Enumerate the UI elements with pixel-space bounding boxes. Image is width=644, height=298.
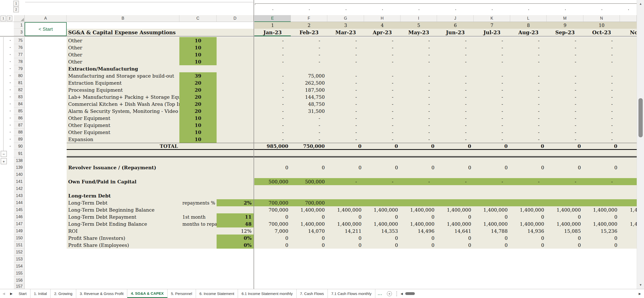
cell-partial[interactable] [620,44,637,51]
cell-label[interactable]: Processing Equipment [67,86,179,93]
cell[interactable]: 0 [474,242,510,249]
cell[interactable] [291,150,327,157]
row-header[interactable]: 138 [14,157,25,164]
cell-label[interactable]: Extraction/Manufacturing [67,65,179,72]
cell[interactable]: - [437,129,474,136]
cell[interactable]: - [510,115,547,122]
cell[interactable]: 0 [510,143,547,150]
cell[interactable]: - [400,122,437,129]
cell-input-d[interactable] [217,58,254,65]
row-header[interactable]: 89 [14,136,25,143]
cell[interactable]: - [400,101,437,108]
row-header[interactable]: 156 [14,277,25,284]
sheet-tab-4-sg-a-capex[interactable]: 4. SG&A & CAPEX [127,289,167,298]
cell[interactable]: 0 [583,164,620,171]
cell[interactable]: - [510,93,547,101]
cell[interactable]: - [437,101,474,108]
cell[interactable] [327,277,364,284]
cell[interactable]: - [510,101,547,108]
cell[interactable]: - [400,129,437,136]
month-header-cell[interactable]: Jun-23 [437,29,474,36]
cell-label[interactable]: Other [67,44,179,51]
cell[interactable] [583,249,620,256]
cell[interactable]: 14,641 [437,227,474,235]
month-header-cell[interactable]: Sep-23 [547,29,583,36]
cell[interactable] [327,185,364,192]
cell-input-d[interactable] [217,51,254,58]
cell-input-c[interactable] [179,192,217,199]
cell[interactable] [364,192,400,199]
cell-label[interactable] [67,263,179,270]
cell[interactable]: - [547,136,583,143]
cell[interactable] [364,199,400,206]
cell-input-d[interactable]: 11 [217,213,254,220]
cell[interactable]: 0 [364,164,400,171]
cell[interactable]: 0 [474,213,510,220]
cell[interactable]: - [510,178,547,185]
cell[interactable]: - [254,86,291,93]
cell[interactable] [547,284,583,289]
cell[interactable]: - [547,72,583,79]
cell[interactable]: - [474,129,510,136]
cell-partial[interactable] [620,164,637,171]
cell[interactable] [510,199,547,206]
cell[interactable]: - [327,178,364,185]
period-number-cell[interactable]: 9 [547,22,583,29]
cell-input-c[interactable]: repayments % [179,199,217,206]
cell-input-c[interactable] [179,242,217,249]
cell-input-d[interactable] [217,122,254,129]
cell-input-c[interactable]: 20 [179,79,217,86]
cell[interactable] [217,29,254,36]
cell-partial[interactable] [620,108,637,115]
cell-label[interactable] [67,157,179,164]
cell[interactable] [254,185,291,192]
cell-input-c[interactable] [179,263,217,270]
cell-label[interactable]: Lab+ Manufacturing+ Packing + Storage Eq… [67,93,179,101]
cell[interactable]: 0 [364,213,400,220]
cell[interactable]: - [364,37,400,44]
cell[interactable]: - [400,58,437,65]
cell[interactable] [474,65,510,72]
cell[interactable] [510,270,547,277]
cell[interactable] [25,150,67,157]
cell[interactable]: - [547,44,583,51]
cell[interactable] [291,185,327,192]
cell[interactable]: 1,400,000 [437,220,474,227]
cell-input-d[interactable] [217,101,254,108]
cell-partial[interactable] [620,129,637,136]
cell[interactable] [25,249,67,256]
cell-label[interactable]: Long-Term Debt Ending Balance [67,220,179,227]
cell[interactable]: 700,000 [291,199,327,206]
cell[interactable] [254,249,291,256]
cell[interactable]: 500,000 [291,178,327,185]
cell[interactable]: - [400,178,437,185]
period-number-cell[interactable]: 3 [327,22,364,29]
row-header[interactable]: 83 [14,93,25,101]
cell[interactable] [437,256,474,263]
cell[interactable] [254,277,291,284]
cell-input-d[interactable] [217,178,254,185]
cell[interactable] [437,150,474,157]
cell[interactable] [25,143,67,150]
cell[interactable]: - [291,44,327,51]
cell[interactable]: - [474,178,510,185]
cell[interactable]: 14,070 [291,227,327,235]
cell[interactable] [25,129,67,136]
period-number-cell[interactable]: 2 [291,22,327,29]
cell-partial[interactable] [620,277,637,284]
sheet-tab-6-1-income-statement-monthly[interactable]: 6.1 Income Statement monthly [238,289,296,298]
cell[interactable] [474,199,510,206]
cell[interactable]: 0 [583,143,620,150]
cell[interactable]: - [437,72,474,79]
cell-input-c[interactable]: 10 [179,37,217,44]
cell[interactable] [583,150,620,157]
cell-input-d[interactable]: 0% [217,242,254,249]
cell[interactable] [547,157,583,164]
cell[interactable] [474,150,510,157]
cell[interactable]: - [364,72,400,79]
cell[interactable]: 700,000 [254,220,291,227]
cell[interactable]: - [254,44,291,51]
cell[interactable]: 1,400,000 [327,206,364,213]
cell[interactable] [25,277,67,284]
column-header-partial[interactable] [620,15,637,22]
